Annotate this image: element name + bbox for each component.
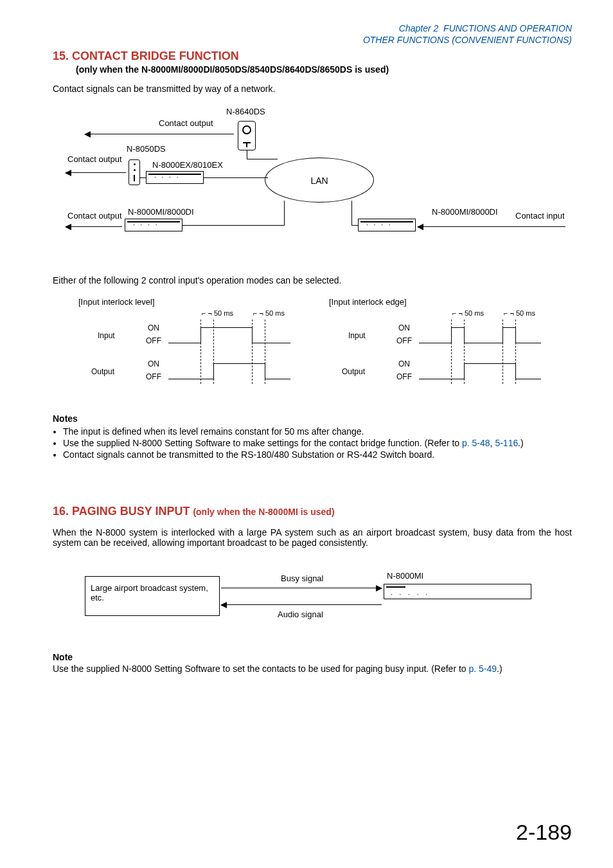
timing-level-title: [Input interlock level] xyxy=(78,297,303,307)
off-l1: OFF xyxy=(146,336,161,345)
label-n8000mi-left: N-8000MI/8000DI xyxy=(128,207,194,217)
device-8000mi-right-icon: · · · · xyxy=(358,219,416,231)
page-number: 2-189 xyxy=(516,820,572,845)
link-p5-49[interactable]: p. 5-49 xyxy=(469,664,497,674)
busy-signal-label: Busy signal xyxy=(281,574,323,583)
label-contact-output-mid: Contact output xyxy=(67,154,122,164)
device-8000ex-icon: · · · · xyxy=(146,171,204,184)
note-15-3: Contact signals cannot be transmitted to… xyxy=(63,449,572,460)
paging-diagram: Large airport broadcast system, etc. Bus… xyxy=(85,565,547,629)
t50-l2: 50 ms xyxy=(265,309,285,317)
device-8050-icon xyxy=(129,159,140,185)
off-l2: OFF xyxy=(146,372,161,381)
label-n8000mi-right: N-8000MI/8000DI xyxy=(432,207,498,217)
t50-e1: 50 ms xyxy=(465,309,484,317)
on-l2: ON xyxy=(148,359,159,368)
t50-e2: 50 ms xyxy=(516,309,535,317)
note-16-text: Use the supplied N-8000 Setting Software… xyxy=(53,664,572,674)
notes-heading-15: Notes xyxy=(53,413,572,424)
network-diagram: LAN N-8640DS Contact output N-8050DS Con… xyxy=(66,109,567,257)
link-p5-48[interactable]: p. 5-48 xyxy=(462,438,490,448)
lan-ellipse: LAN xyxy=(265,158,374,203)
timing-input-lbl-l: Input xyxy=(98,331,115,340)
arrow-audio xyxy=(221,604,382,605)
timing-output-lbl-l: Output xyxy=(91,367,114,376)
timing-input-lbl-e: Input xyxy=(348,331,366,340)
on-l1: ON xyxy=(148,323,159,332)
section-15-intro: Contact signals can be transmitted by wa… xyxy=(53,84,572,94)
airport-box: Large airport broadcast system, etc. xyxy=(85,576,220,616)
label-n8000mi-16: N-8000MI xyxy=(387,571,423,581)
chapter-label: Chapter 2 xyxy=(399,23,438,33)
section-16-heading: 16. PAGING BUSY INPUT (only when the N-8… xyxy=(53,505,572,518)
note-heading-16: Note xyxy=(53,652,572,662)
timing-output-lbl-e: Output xyxy=(342,367,365,376)
note-15-1: The input is defined when its level rema… xyxy=(63,426,572,437)
link-5-116[interactable]: 5-116 xyxy=(495,438,518,448)
section-15-subtitle: (only when the N-8000MI/8000DI/8050DS/85… xyxy=(76,64,572,75)
section-16-subtitle: (only when the N-8000MI is used) xyxy=(193,507,334,517)
on-e1: ON xyxy=(398,323,410,332)
label-n8050: N-8050DS xyxy=(127,144,166,154)
off-e1: OFF xyxy=(396,336,412,345)
arrow-8050-out xyxy=(66,172,126,173)
label-contact-output-top: Contact output xyxy=(159,118,213,128)
label-n8000ex: N-8000EX/8010EX xyxy=(152,160,223,170)
timing-level: [Input interlock level] ⌐ ¬ 50 ms ⌐ ¬ 50… xyxy=(78,297,303,394)
device-8000mi-16-icon: · · · · · xyxy=(384,584,531,599)
off-e2: OFF xyxy=(396,372,412,381)
notes-list-15: The input is defined when its level rema… xyxy=(53,426,572,460)
functions-title: FUNCTIONS AND OPERATION xyxy=(443,23,572,33)
note-15-2: Use the supplied N-8000 Setting Software… xyxy=(63,438,572,448)
arrow-busy xyxy=(221,588,382,588)
label-contact-input: Contact input xyxy=(515,211,565,221)
section-16-para: When the N-8000 system is interlocked wi… xyxy=(53,527,572,548)
timing-edge: [Input interlock edge] ⌐ ¬ 50 ms ⌐ ¬ 50 … xyxy=(329,297,554,394)
section-15-heading: 15. CONTACT BRIDGE FUNCTION xyxy=(53,50,572,63)
arrow-mi-left-out xyxy=(66,226,122,227)
device-8640-icon xyxy=(238,121,256,150)
chapter-header: Chapter 2 FUNCTIONS AND OPERATION OTHER … xyxy=(53,23,572,46)
timing-edge-title: [Input interlock edge] xyxy=(329,297,554,307)
section-15-modes-text: Either of the following 2 control input'… xyxy=(53,275,572,285)
label-n8640: N-8640DS xyxy=(226,107,265,116)
other-functions-title: OTHER FUNCTIONS (CONVENIENT FUNCTIONS) xyxy=(363,35,572,45)
timing-diagrams: [Input interlock level] ⌐ ¬ 50 ms ⌐ ¬ 50… xyxy=(53,297,572,394)
line-ex-lan xyxy=(204,177,268,178)
arrow-mi-right-in xyxy=(418,226,565,227)
label-contact-output-bot: Contact output xyxy=(67,211,122,221)
t50-l1: 50 ms xyxy=(214,309,233,317)
audio-signal-label: Audio signal xyxy=(278,610,323,619)
arrow-8640-out xyxy=(85,134,234,134)
device-8000mi-left-icon: · · · · xyxy=(125,219,182,231)
on-e2: ON xyxy=(398,359,410,368)
